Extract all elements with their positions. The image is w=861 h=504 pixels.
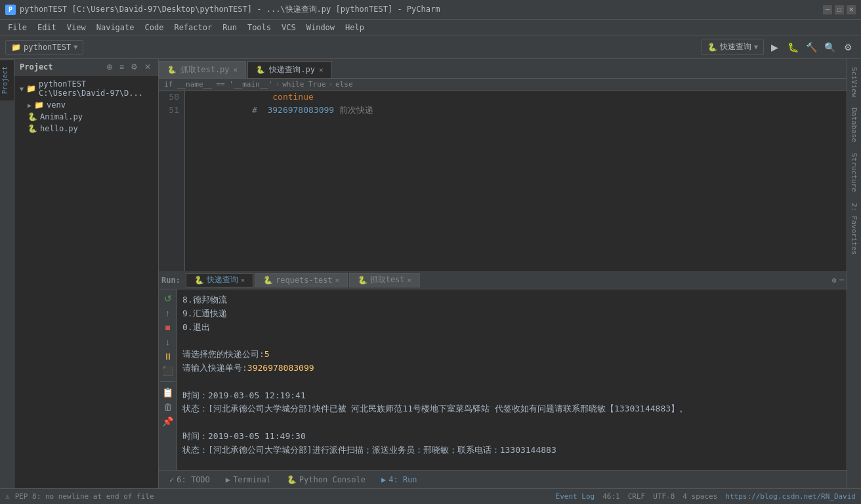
check-icon: ✓: [169, 475, 174, 484]
run-stop-btn[interactable]: ■: [161, 321, 175, 334]
output-line-prompt1: 请选择您的快递公司:5: [182, 348, 841, 362]
tree-item-venv[interactable]: ▶ 📁 venv: [14, 99, 158, 111]
tab-label: 6: TODO: [177, 475, 210, 484]
menu-item-run[interactable]: Run: [217, 22, 242, 33]
run-down-btn[interactable]: ↓: [161, 335, 175, 348]
restore-button[interactable]: □: [835, 5, 844, 14]
run-tab-zhuaqu[interactable]: 🐍 抓取test ✕: [349, 273, 420, 287]
dropdown-icon: ▼: [74, 43, 77, 51]
run-icon: ▶: [381, 475, 386, 484]
new-file-button[interactable]: ⊕: [104, 62, 115, 72]
tree-item-hello[interactable]: 🐍 hello.py: [14, 123, 158, 135]
close-icon[interactable]: ✕: [234, 66, 238, 74]
breadcrumb-item-2[interactable]: while True: [282, 80, 326, 89]
far-right-sidebar: SciView Database Structure 2: Favorites: [847, 59, 861, 488]
run-pause-btn[interactable]: ⏸: [161, 350, 175, 363]
breadcrumb-item-3[interactable]: else: [335, 80, 353, 89]
close-panel-button[interactable]: ✕: [142, 62, 153, 72]
sidebar-database[interactable]: Database: [849, 102, 860, 148]
menu-item-navigate[interactable]: Navigate: [91, 22, 140, 33]
menu-item-edit[interactable]: Edit: [32, 22, 62, 33]
tab-todo[interactable]: ✓ 6: TODO: [161, 471, 218, 488]
run-tab-requets[interactable]: 🐍 requets-test ✕: [255, 273, 348, 287]
sidebar-item-project[interactable]: Project: [0, 59, 14, 100]
tab-python-console[interactable]: 🐍 Python Console: [279, 471, 373, 488]
project-toolbar-btn[interactable]: 📁 pythonTEST ▼: [5, 40, 83, 54]
output-line: 0.退出: [182, 321, 841, 335]
output-line-status2: 状态：[河北承德公司大学城分部]进行派件扫描；派送业务员：邢晓敏；联系电话：13…: [182, 444, 841, 457]
tree-item-label: pythonTEST C:\Users\David-97\D...: [39, 79, 153, 98]
tab-run[interactable]: ▶ 4: Run: [373, 471, 425, 488]
menu-item-help[interactable]: Help: [340, 22, 369, 33]
tree-item-pythontest[interactable]: ▼ 📁 pythonTEST C:\Users\David-97\D...: [14, 78, 158, 99]
close-icon[interactable]: ✕: [335, 276, 339, 284]
toolbar: 📁 pythonTEST ▼ 🐍 快速查询 ▼ ▶ 🐛 🔨 🔍 ⚙: [0, 35, 861, 59]
sidebar-structure[interactable]: Structure: [849, 148, 860, 198]
output-line: [182, 334, 841, 348]
project-tree: ▼ 📁 pythonTEST C:\Users\David-97\D... ▶ …: [14, 75, 158, 488]
divider: [160, 381, 175, 382]
run-label: Run:: [161, 276, 180, 285]
arrow-icon: ▶: [28, 102, 32, 109]
close-icon[interactable]: ✕: [408, 276, 411, 284]
code-content[interactable]: continue # 3926978083099 前次快递: [185, 91, 847, 271]
menu-item-vcs[interactable]: VCS: [276, 22, 301, 33]
statusbar-left: ⚠ PEP 8: no newline at end of file: [5, 492, 556, 501]
run-wrap-btn[interactable]: ⬛: [161, 364, 175, 377]
menubar: FileEditViewNavigateCodeRefactorRunTools…: [0, 20, 861, 35]
link[interactable]: https://blog.csdn.net/RN_David: [725, 492, 856, 501]
minimize-button[interactable]: ─: [823, 5, 832, 14]
run-scroll-btn[interactable]: 📋: [161, 386, 175, 399]
settings-button[interactable]: ⚙: [129, 62, 140, 72]
collapse-all-button[interactable]: ≡: [117, 62, 126, 72]
sidebar-favorites[interactable]: 2: Favorites: [849, 198, 860, 260]
menu-item-view[interactable]: View: [62, 22, 91, 33]
run-output[interactable]: 8.德邦物流 9.汇通快递 0.退出 请选择您的快递公司:5 请输入快递单号:3…: [177, 289, 847, 470]
output-line-status1: 状态：[河北承德公司大学城分部]快件已被 河北民族师范11号楼地下室菜鸟驿站 代…: [182, 402, 841, 416]
output-line: 9.汇通快递: [182, 307, 841, 321]
run-pin-btn[interactable]: 📌: [161, 415, 175, 428]
menu-item-window[interactable]: Window: [301, 22, 340, 33]
event-log[interactable]: Event Log: [556, 492, 595, 501]
run-settings-btn[interactable]: ⚙: [832, 276, 837, 285]
run-restart-btn[interactable]: ↺: [161, 292, 175, 305]
spaces: 4 spaces: [682, 492, 717, 501]
menu-item-refactor[interactable]: Refactor: [169, 22, 217, 33]
tab-terminal[interactable]: ▶ Terminal: [218, 471, 279, 488]
run-content-area: ↺ ↑ ■ ↓ ⏸ ⬛ 📋 🗑 📌 8.德邦物流 9.汇通快递 0.退出 请选择…: [159, 289, 847, 470]
run-up-btn[interactable]: ↑: [161, 306, 175, 320]
tab-zhuaqu-test[interactable]: 🐍 抓取test.py ✕: [159, 61, 246, 78]
editor-tab-bar: 🐍 抓取test.py ✕ 🐍 快递查询.py ✕: [159, 59, 847, 79]
project-panel: Project ⊕ ≡ ⚙ ✕ ▼ 📁 pythonTEST C:\Users\…: [14, 59, 159, 488]
search-toolbar-btn[interactable]: 🔍: [822, 39, 837, 55]
menu-item-code[interactable]: Code: [140, 22, 169, 33]
sidebar-sciview[interactable]: SciView: [849, 62, 860, 102]
close-button[interactable]: ✕: [847, 5, 856, 14]
tree-item-animal[interactable]: 🐍 Animal.py: [14, 111, 158, 123]
tab-kuaidi-query[interactable]: 🐍 快递查询.py ✕: [247, 61, 331, 78]
py-icon: 🐍: [28, 112, 37, 121]
debug-toolbar-btn[interactable]: 🐛: [785, 39, 801, 55]
breadcrumb-item-1[interactable]: if __name__ == '__main__': [164, 80, 273, 89]
menu-item-file[interactable]: File: [3, 22, 32, 33]
py-icon: 🐍: [263, 276, 273, 285]
close-icon[interactable]: ✕: [319, 66, 324, 74]
py-icon: 🐍: [28, 124, 37, 133]
title-text: pythonTEST [C:\Users\David-97\Desktop\py…: [20, 4, 823, 15]
run-toolbar-btn[interactable]: ▶: [766, 39, 782, 55]
run-tab-bar: Run: 🐍 快递查询 ✕ 🐍 requets-test ✕ 🐍 抓取test …: [159, 271, 847, 289]
settings-toolbar-btn[interactable]: ⚙: [840, 39, 856, 55]
line-numbers: 50 51: [159, 91, 185, 271]
close-icon[interactable]: ✕: [241, 276, 245, 284]
menu-item-tools[interactable]: Tools: [242, 22, 276, 33]
run-minimize-btn[interactable]: ─: [839, 276, 844, 285]
line-num: 51: [164, 104, 179, 117]
warning-icon: ⚠: [5, 492, 10, 501]
bottom-tabs: ✓ 6: TODO ▶ Terminal 🐍 Python Console ▶ …: [159, 470, 847, 488]
run-clear-btn[interactable]: 🗑: [161, 400, 175, 413]
output-line-time2: 时间：2019-03-05 11:49:30: [182, 430, 841, 444]
build-toolbar-btn[interactable]: 🔨: [803, 39, 819, 55]
folder-icon: 📁: [26, 84, 36, 93]
run-tab-kuaidi[interactable]: 🐍 快递查询 ✕: [186, 273, 253, 287]
quick-search-toolbar-btn[interactable]: 🐍 快速查询 ▼: [702, 39, 764, 55]
